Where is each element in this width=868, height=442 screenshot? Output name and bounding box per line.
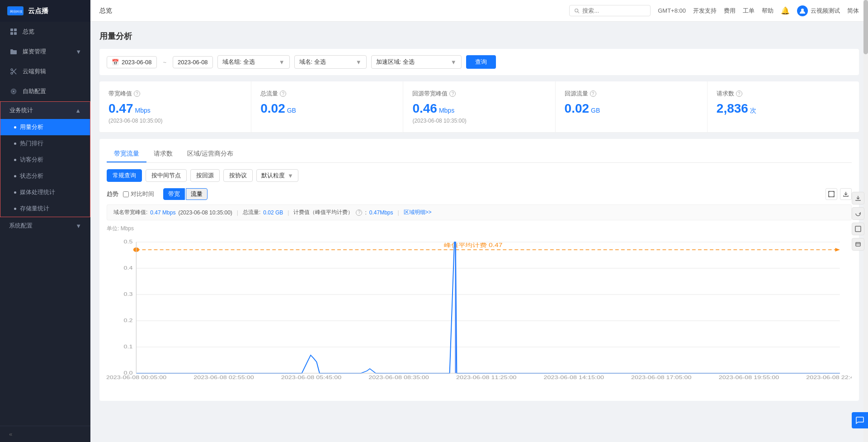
- query-button[interactable]: 查询: [466, 55, 496, 69]
- hot-dot: [14, 143, 16, 145]
- bell-icon[interactable]: 🔔: [781, 6, 790, 15]
- billing-info-icon[interactable]: ?: [356, 209, 362, 216]
- float-chat-button[interactable]: [852, 412, 868, 428]
- chart-info-bar: 域名带宽峰值: 0.47 Mbps (2023-06-08 10:35:00) …: [107, 204, 852, 220]
- header-right: GMT+8:00 开发支持 费用 工单 帮助 🔔 云视频测试 简体: [658, 5, 859, 16]
- chat-icon: [855, 416, 864, 425]
- stat-label-total-flow: 总流量 ?: [260, 90, 394, 98]
- bandwidth-peak-info-icon[interactable]: ?: [134, 90, 140, 97]
- sidebar-sub-item-visitor-label: 访客分析: [20, 156, 43, 164]
- sidebar-sub-item-usage[interactable]: 用量分析: [0, 119, 90, 135]
- sidebar-item-self-config-label: 自助配置: [23, 87, 46, 95]
- toggle-bandwidth[interactable]: 带宽: [163, 188, 185, 200]
- svg-text:2023-06-08 08:35:00: 2023-06-08 08:35:00: [368, 375, 429, 380]
- svg-rect-2: [10, 29, 13, 31]
- tab-region[interactable]: 区域/运营商分布: [180, 146, 241, 162]
- sidebar-sub-item-status[interactable]: 状态分析: [0, 168, 90, 184]
- chart-download-icon[interactable]: [840, 188, 852, 200]
- sys-config-label: 系统配置: [9, 222, 33, 230]
- svg-text:0.4: 0.4: [124, 265, 133, 271]
- region-select[interactable]: 加速区域: 全选 ▼: [371, 55, 462, 69]
- filter-btn-origin[interactable]: 按回源: [190, 169, 220, 182]
- status-dot: [14, 175, 16, 177]
- sub-filters: 常规查询 按中间节点 按回源 按协议 默认粒度 ▼: [107, 169, 852, 182]
- granularity-select[interactable]: 默认粒度 ▼: [256, 169, 298, 182]
- svg-text:2023-06-08 05:45:00: 2023-06-08 05:45:00: [281, 375, 341, 380]
- sidebar-sub-item-hot[interactable]: 热门排行: [0, 135, 90, 152]
- chart-flow-label: 总流量:: [243, 209, 260, 216]
- filter-btn-protocol[interactable]: 按协议: [223, 169, 253, 182]
- username: 云视频测试: [811, 7, 840, 15]
- sidebar-item-dashboard[interactable]: 总览: [0, 22, 90, 42]
- header-link-help[interactable]: 帮助: [762, 7, 774, 15]
- download-icon[interactable]: [852, 192, 864, 204]
- sidebar-sub-item-media-process[interactable]: 媒体处理统计: [0, 184, 90, 200]
- granularity-label: 默认粒度: [261, 171, 285, 180]
- tab-bandwidth[interactable]: 带宽流量: [107, 146, 146, 162]
- main-area: 总览 GMT+8:00 开发支持 费用 工单 帮助 🔔 云视频测试 简体 用量分…: [90, 0, 868, 442]
- toggle-flow[interactable]: 流量: [186, 188, 208, 200]
- search-input[interactable]: [582, 7, 646, 14]
- user-profile[interactable]: 云视频测试: [797, 5, 840, 16]
- region-detail-link[interactable]: 区域明细>>: [404, 209, 432, 216]
- sidebar-nav: 总览 媒资管理 ▼ 云端剪辑 自助配置 业务统计: [0, 22, 90, 426]
- stat-card-total-flow: 总流量 ? 0.02GB: [251, 81, 403, 132]
- domain-arrow-icon: ▼: [356, 59, 362, 66]
- media-arrow-icon: ▼: [75, 48, 81, 55]
- domain-group-select[interactable]: 域名组: 全选 ▼: [217, 55, 290, 69]
- header-link-fee[interactable]: 费用: [724, 7, 736, 15]
- media-process-dot: [14, 191, 16, 194]
- resize-icon[interactable]: [852, 238, 864, 251]
- svg-text:2023-06-08 00:05:00: 2023-06-08 00:05:00: [107, 375, 166, 380]
- refresh-icon[interactable]: [852, 207, 864, 220]
- sidebar-sub-item-visitor[interactable]: 访客分析: [0, 152, 90, 168]
- stat-label-origin-flow: 回源流量 ?: [565, 90, 698, 98]
- total-flow-info-icon[interactable]: ?: [280, 90, 286, 97]
- avatar: [797, 5, 808, 16]
- business-section-header[interactable]: 业务统计 ▲: [0, 102, 90, 119]
- svg-text:2023-06-08 19:55:00: 2023-06-08 19:55:00: [719, 375, 779, 380]
- stat-card-requests: 请求数 ? 2,836次: [708, 81, 859, 132]
- stat-label-bandwidth-peak: 带宽峰值 ?: [108, 90, 242, 98]
- filter-btn-normal[interactable]: 常规查询: [107, 169, 142, 182]
- visitor-dot: [14, 159, 16, 161]
- granularity-arrow-icon: ▼: [288, 172, 293, 179]
- settings-icon: [9, 87, 18, 96]
- top-header: 总览 GMT+8:00 开发支持 费用 工单 帮助 🔔 云视频测试 简体: [90, 0, 868, 22]
- sidebar-item-cloud-edit[interactable]: 云端剪辑: [0, 62, 90, 81]
- stat-sub-bandwidth-peak: (2023-06-08 10:35:00): [108, 118, 242, 124]
- scrollbar-thumb[interactable]: [863, 0, 868, 54]
- chart-peak-time: (2023-06-08 10:35:00): [178, 209, 232, 216]
- header-link-ticket[interactable]: 工单: [743, 7, 755, 15]
- sidebar-sub-item-storage[interactable]: 存储量统计: [0, 200, 90, 217]
- sys-config-section[interactable]: 系统配置 ▼: [0, 217, 90, 234]
- chart-wrap: .grid-line { stroke: #e8e8e8; stroke-wid…: [107, 235, 852, 394]
- sys-config-arrow: ▼: [75, 223, 81, 229]
- sidebar-item-self-config[interactable]: 自助配置: [0, 81, 90, 101]
- header-link-support[interactable]: 开发支持: [693, 7, 717, 15]
- app-title: 云点播: [28, 7, 48, 15]
- filter-bar: 📅 2023-06-08 ~ 2023-06-08 域名组: 全选 ▼ 域名: …: [99, 49, 859, 75]
- domain-label: 域名: 全选: [299, 58, 326, 66]
- search-box[interactable]: [569, 5, 651, 16]
- domain-select[interactable]: 域名: 全选 ▼: [294, 55, 367, 69]
- collapse-icon: «: [9, 431, 12, 437]
- compare-checkbox[interactable]: 对比时间: [123, 190, 154, 198]
- compare-checkbox-input[interactable]: [123, 191, 129, 197]
- requests-info-icon[interactable]: ?: [736, 90, 742, 97]
- gmt-label: GMT+8:00: [658, 7, 686, 14]
- expand-icon[interactable]: [852, 223, 864, 235]
- origin-bandwidth-info-icon[interactable]: ?: [449, 90, 456, 97]
- origin-flow-info-icon[interactable]: ?: [590, 90, 596, 97]
- lang-selector[interactable]: 简体: [847, 7, 859, 15]
- sidebar-sub-item-usage-label: 用量分析: [20, 123, 43, 131]
- date-end-input[interactable]: 2023-06-08: [173, 56, 213, 68]
- filter-btn-middle-node[interactable]: 按中间节点: [146, 169, 187, 182]
- sidebar-item-media[interactable]: 媒资管理 ▼: [0, 42, 90, 62]
- chart-fullscreen-icon[interactable]: [826, 188, 837, 200]
- tab-requests[interactable]: 请求数: [146, 146, 180, 162]
- svg-line-12: [578, 11, 579, 13]
- sidebar-collapse[interactable]: «: [0, 426, 90, 442]
- date-start-input[interactable]: 📅 2023-06-08: [107, 56, 157, 68]
- toggle-group: 带宽 流量: [163, 188, 208, 200]
